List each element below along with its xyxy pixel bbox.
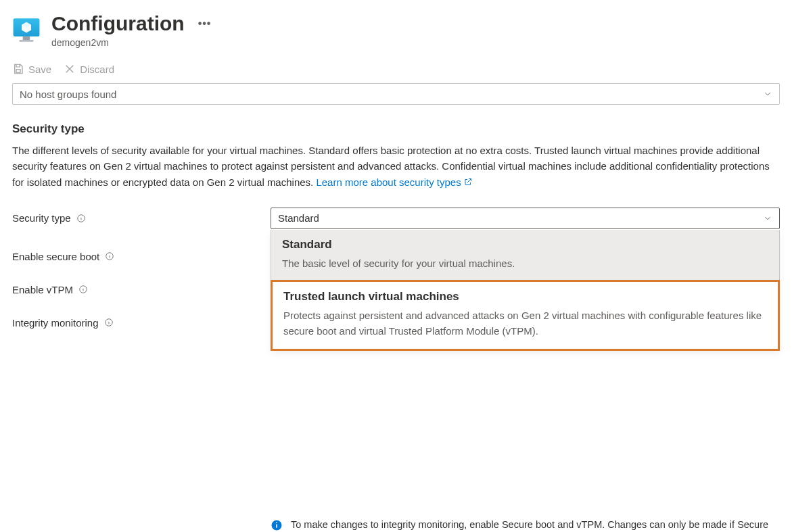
external-link-icon [464, 178, 472, 186]
chevron-down-icon [763, 89, 772, 99]
security-type-dropdown: Standard The basic level of security for… [271, 230, 780, 351]
svg-rect-13 [276, 522, 277, 523]
security-type-value: Standard [278, 212, 319, 224]
info-icon[interactable] [76, 214, 86, 223]
security-type-heading: Security type [12, 122, 780, 136]
more-actions-button[interactable]: ••• [198, 18, 212, 30]
info-filled-icon [271, 519, 283, 531]
svg-rect-2 [23, 37, 30, 40]
save-label: Save [28, 64, 51, 75]
option-title: Standard [282, 238, 768, 251]
chevron-down-icon [763, 214, 772, 223]
dropdown-option-trusted-launch[interactable]: Trusted launch virtual machines Protects… [271, 280, 780, 351]
integrity-info-text: To make changes to integrity monitoring,… [291, 518, 771, 532]
discard-label: Discard [80, 64, 114, 75]
save-icon [12, 63, 24, 75]
resource-name: demogen2vm [51, 37, 211, 48]
integrity-monitoring-label: Integrity monitoring [12, 317, 99, 329]
host-group-select[interactable]: No host groups found [12, 83, 780, 105]
secure-boot-label: Enable secure boot [12, 251, 99, 262]
security-type-description: The different levels of security availab… [12, 143, 770, 190]
vtpm-label: Enable vTPM [12, 284, 73, 295]
host-group-value: No host groups found [20, 89, 116, 100]
info-icon[interactable] [104, 318, 114, 327]
info-icon[interactable] [78, 285, 88, 294]
svg-rect-12 [276, 524, 277, 527]
security-type-label: Security type [12, 212, 71, 224]
page-title: Configuration [51, 12, 185, 34]
info-icon[interactable] [105, 251, 114, 261]
option-desc: Protects against persistent and advanced… [283, 308, 767, 339]
vm-resource-icon [12, 16, 41, 45]
dropdown-option-standard[interactable]: Standard The basic level of security for… [271, 230, 779, 281]
security-type-select[interactable]: Standard Standard The basic level of sec… [271, 208, 780, 229]
close-icon [64, 63, 76, 75]
option-title: Trusted launch virtual machines [283, 290, 767, 304]
integrity-info-callout: To make changes to integrity monitoring,… [271, 518, 771, 532]
svg-rect-6 [16, 70, 20, 73]
discard-button[interactable]: Discard [64, 63, 114, 75]
learn-more-link[interactable]: Learn more about security types [316, 174, 471, 190]
option-desc: The basic level of security for your vir… [282, 256, 768, 271]
svg-rect-3 [20, 40, 34, 42]
save-button[interactable]: Save [12, 63, 51, 75]
